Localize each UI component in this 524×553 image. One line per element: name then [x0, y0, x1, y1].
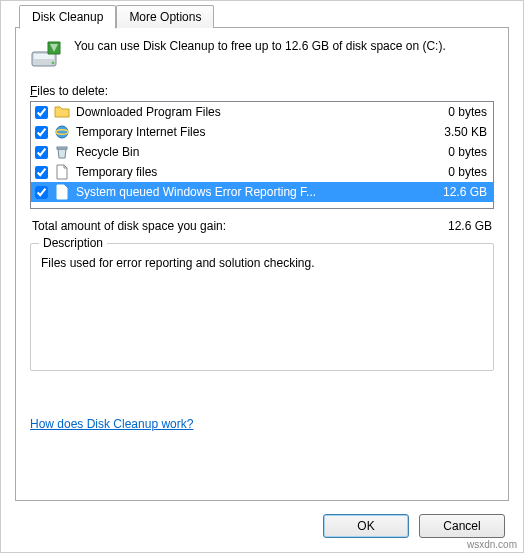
disk-cleanup-dialog: Disk Cleanup More Options You can use Di…	[0, 0, 524, 553]
ie-icon	[54, 124, 70, 140]
list-item-size: 3.50 KB	[427, 125, 487, 139]
file-icon	[54, 184, 70, 200]
file-icon	[54, 164, 70, 180]
list-item-checkbox[interactable]	[35, 146, 48, 159]
total-row: Total amount of disk space you gain: 12.…	[32, 219, 492, 233]
list-item-checkbox[interactable]	[35, 186, 48, 199]
credit-text: wsxdn.com	[467, 539, 517, 550]
files-listbox[interactable]: Downloaded Program Files0 bytesTemporary…	[30, 101, 494, 209]
list-item-size: 0 bytes	[427, 145, 487, 159]
list-item-name: System queued Windows Error Reporting F.…	[76, 185, 421, 199]
list-item-name: Temporary files	[76, 165, 421, 179]
recycle-icon	[54, 144, 70, 160]
files-to-delete-label: Files to delete:	[30, 84, 494, 98]
button-bar: OK Cancel	[323, 514, 505, 538]
list-item[interactable]: Temporary files0 bytes	[31, 162, 493, 182]
ok-button[interactable]: OK	[323, 514, 409, 538]
list-item-checkbox[interactable]	[35, 166, 48, 179]
list-item[interactable]: System queued Windows Error Reporting F.…	[31, 182, 493, 202]
list-item[interactable]: Temporary Internet Files3.50 KB	[31, 122, 493, 142]
description-group: Description Files used for error reporti…	[30, 243, 494, 371]
list-item-checkbox[interactable]	[35, 106, 48, 119]
intro-row: You can use Disk Cleanup to free up to 1…	[30, 38, 494, 70]
tab-bar: Disk Cleanup More Options	[1, 1, 523, 28]
svg-rect-5	[57, 147, 67, 149]
list-item-size: 0 bytes	[427, 165, 487, 179]
total-label: Total amount of disk space you gain:	[32, 219, 448, 233]
list-item-name: Temporary Internet Files	[76, 125, 421, 139]
list-item-size: 0 bytes	[427, 105, 487, 119]
tab-panel: You can use Disk Cleanup to free up to 1…	[15, 27, 509, 501]
svg-rect-1	[34, 54, 54, 59]
svg-point-2	[52, 62, 55, 65]
list-item-name: Downloaded Program Files	[76, 105, 421, 119]
total-value: 12.6 GB	[448, 219, 492, 233]
folder-icon	[54, 104, 70, 120]
list-item[interactable]: Downloaded Program Files0 bytes	[31, 102, 493, 122]
cancel-button[interactable]: Cancel	[419, 514, 505, 538]
intro-text: You can use Disk Cleanup to free up to 1…	[74, 38, 446, 70]
help-link[interactable]: How does Disk Cleanup work?	[30, 417, 193, 431]
tab-more-options[interactable]: More Options	[116, 5, 214, 28]
disk-cleanup-icon	[30, 38, 62, 70]
list-item-checkbox[interactable]	[35, 126, 48, 139]
description-body: Files used for error reporting and solut…	[41, 256, 483, 270]
tab-disk-cleanup[interactable]: Disk Cleanup	[19, 5, 116, 29]
description-legend: Description	[39, 236, 107, 250]
list-item-name: Recycle Bin	[76, 145, 421, 159]
list-item[interactable]: Recycle Bin0 bytes	[31, 142, 493, 162]
list-item-size: 12.6 GB	[427, 185, 487, 199]
svg-point-3	[56, 126, 68, 138]
